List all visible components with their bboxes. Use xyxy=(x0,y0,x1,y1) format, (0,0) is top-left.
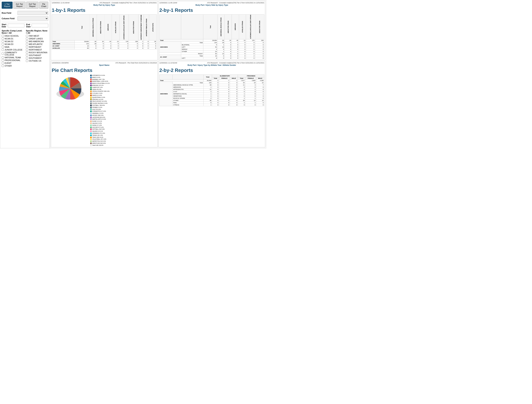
checkbox-professional-label: PROFESSIONAL xyxy=(5,59,20,61)
cell: 0 xyxy=(239,48,246,51)
checkbox-rocky-mountain-input[interactable] xyxy=(26,51,28,54)
report4-title-main: ATS Research - Crosstab Analytics(TM) Ti… xyxy=(207,62,264,64)
cell: 1 xyxy=(203,93,212,95)
checkbox-far-west-input[interactable] xyxy=(26,35,28,37)
cell: 0 xyxy=(225,46,232,48)
tab-2x2-tier-report[interactable]: 2x2 Tier Report xyxy=(26,2,38,9)
cell: 0 xyxy=(256,86,264,88)
legend-label: FIELD HOCKEY 42 0.5% xyxy=(92,100,107,102)
checkbox-ncaa-d1-label: NCAA D1 xyxy=(5,38,13,40)
cell: 0 xyxy=(238,86,245,88)
checkbox-high-school-input[interactable] xyxy=(2,35,4,37)
cell: 66 xyxy=(75,47,89,49)
checkbox-professional-input[interactable] xyxy=(2,59,4,61)
tab-2x1-tier-report[interactable]: 2x1 Tier Report xyxy=(13,2,25,9)
checkbox-event: EVENT xyxy=(2,62,24,64)
legend-color xyxy=(90,135,92,136)
cell: 0 xyxy=(232,57,239,59)
table-row: CYST 2 0 0 0 0 0 0 xyxy=(159,90,264,93)
cell: 0 xyxy=(139,43,144,45)
legend-color xyxy=(90,101,92,102)
checkbox-other-comp-input[interactable] xyxy=(2,65,4,67)
cell: 0 xyxy=(104,45,112,47)
legend-label: LACROSSE 603 6.5% xyxy=(92,116,105,118)
checkbox-national-team-input[interactable] xyxy=(2,56,4,59)
table-row: STRESS 1 0 0 0 0 0 0 xyxy=(159,104,264,106)
column-field-select[interactable] xyxy=(18,16,48,20)
legend-label: WATER POLO 40 0.4% xyxy=(92,140,106,142)
r2-bilateral: BILATERAL xyxy=(181,44,203,46)
tab-pie-chart[interactable]: Pie Chart xyxy=(39,2,48,9)
row-field-select[interactable] xyxy=(18,11,48,15)
report2-timestamp: 12/20/2021 11:05:13AM xyxy=(159,2,177,4)
checkbox-ncaa-d2-input[interactable] xyxy=(2,40,4,43)
checkbox-outside-us-input[interactable] xyxy=(26,60,28,62)
checkbox-southeast-input[interactable] xyxy=(26,54,28,56)
checkbox-northeast-input[interactable] xyxy=(26,46,28,48)
cell: 0 xyxy=(255,55,264,57)
end-date-input[interactable] xyxy=(32,24,48,27)
checkbox-junior-college-input[interactable] xyxy=(2,49,4,51)
legend-label: TENNIS 150 1.6% xyxy=(92,135,103,136)
cell: 0 xyxy=(219,104,230,106)
cell: 54 xyxy=(203,46,217,48)
cell: 0 xyxy=(246,48,255,51)
cell: 0 xyxy=(225,55,232,57)
cell: 0 xyxy=(230,102,238,104)
checkbox-mid-atlantic-input[interactable] xyxy=(26,43,28,45)
checkbox-great-lakes-input[interactable] xyxy=(26,38,28,40)
legend-item: FOOTBALL 738 8.0% xyxy=(90,104,157,106)
start-date-label: Start Date xyxy=(2,23,7,28)
cell: 0 xyxy=(219,86,230,88)
r4-hematoma: HEMATOMA xyxy=(173,95,203,97)
checkbox-rocky-mountain: ROCKY MOUNTAIN xyxy=(26,51,48,54)
start-date-input[interactable] xyxy=(8,24,24,27)
column-field-label: Column Field xyxy=(2,17,16,19)
pie-section: ACROBATICS 0 0.0% BAND 0 0.0% BASEBALL 6… xyxy=(52,75,157,147)
cell: 0 xyxy=(219,88,230,90)
cell: 0 xyxy=(256,90,264,93)
cell: 90 xyxy=(203,99,212,102)
checkbox-community-college: COMMUNITY COLLEGE xyxy=(2,51,24,56)
checkbox-mid-american-input[interactable] xyxy=(26,40,28,43)
cell: 0 xyxy=(239,57,246,59)
report4-title-link: Body Part / Injury Type by Athlete Year … xyxy=(159,64,264,66)
report1-timestamp: 12/20/2021 11:01:00AM xyxy=(52,2,70,4)
checkbox-northwest-input[interactable] xyxy=(26,49,28,51)
checkbox-community-college-input[interactable] xyxy=(2,52,4,55)
legend-color xyxy=(90,95,92,96)
checkbox-event-input[interactable] xyxy=(2,62,4,64)
cell: 42 xyxy=(232,39,239,42)
report3-header: 12/23/2019 2:39:55PM ATS Research - Pie … xyxy=(52,62,157,64)
checkbox-ncaa-d1-input[interactable] xyxy=(2,38,4,40)
report3-timestamp: 12/23/2019 2:39:55PM xyxy=(52,62,69,64)
cell: 1 xyxy=(219,79,230,82)
table-row: ABRASION 1 0 0 0 0 0 0 xyxy=(159,86,264,88)
table-row: ACHILLES 66 0 0 0 0 0 0 0 0 0 xyxy=(52,47,157,49)
report1-table: Total ABDOMINAL MUSCLE STRAIN ABDUCTOR S… xyxy=(52,14,157,50)
checkbox-ncaa-d3-input[interactable] xyxy=(2,43,4,45)
checkbox-rocky-mountain-label: ROCKY MOUNTAIN xyxy=(29,51,47,54)
report3-title-main: ATS Research - Pie Chart from 01/01/2019… xyxy=(115,62,157,64)
cell: 0 xyxy=(256,97,264,99)
checkbox-naia-input[interactable] xyxy=(2,46,4,48)
cell: 13 xyxy=(112,40,119,43)
legend-color xyxy=(90,99,92,100)
tab-1-tier-report[interactable]: 1 Tier Report xyxy=(2,2,13,9)
legend-color xyxy=(90,89,92,90)
cell: 0 xyxy=(139,45,144,47)
r2-left: LEFT xyxy=(181,46,203,48)
cell: 14 xyxy=(256,99,264,102)
cell: 7,517 xyxy=(238,79,245,82)
legend-label: CHEER 297 3.2% xyxy=(92,87,103,88)
checkbox-southwest-input[interactable] xyxy=(26,57,28,59)
legend-item: CREW 45 0.5% xyxy=(90,89,157,90)
row-label-abdomen: ABDOMEN xyxy=(52,43,75,45)
r2-col-abrasion: ABRASION xyxy=(232,14,239,39)
legend-label: BASKETBALL 2,255 24.3% xyxy=(92,80,108,82)
checkbox-southwest-label: SOUTHWEST xyxy=(29,57,42,59)
cell: 0 xyxy=(246,53,255,55)
cell: 0 xyxy=(255,51,264,53)
cell: 0 xyxy=(255,44,264,46)
table-row: DERMATOLOGICAL 1 0 0 0 1 0 1 xyxy=(159,93,264,95)
